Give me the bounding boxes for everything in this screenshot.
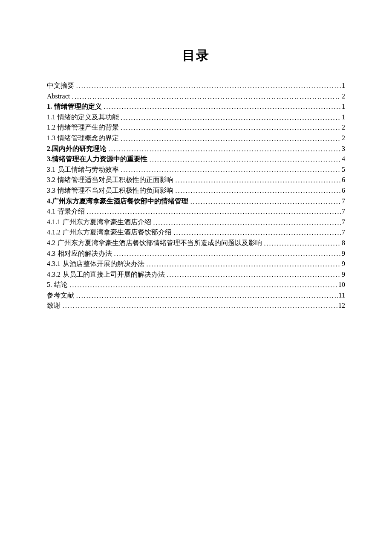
toc-entry-page: 1 [341, 103, 345, 110]
toc-entry-label: 4.3相对应的解决办法 [47, 250, 114, 257]
toc-entry-text: 情绪管理适当对员工积极性的正面影响 [58, 176, 173, 183]
toc-dot-leader [264, 240, 341, 247]
toc-entry-number: 4. [47, 197, 52, 205]
toc-entry-text: 相对应的解决办法 [58, 250, 112, 257]
toc-entry-label: 3.情绪管理在人力资源中的重要性 [47, 156, 150, 162]
toc-entry-number: 1.3 [47, 134, 55, 142]
toc-entry: 1.3情绪管理概念的界定2 [47, 135, 345, 142]
toc-entry-text: 参考文献 [47, 292, 74, 299]
toc-entry-text: Abstract [47, 92, 70, 100]
toc-entry-label: 2.国内外的研究理论 [47, 145, 109, 152]
toc-entry-page: 7 [341, 208, 345, 215]
toc-entry: 1.2情绪管理产生的背景2 [47, 124, 345, 131]
toc-entry-label: 4.3.1从酒店整体开展的解决办法 [47, 260, 147, 267]
toc-entry-label: 4.广州东方夏湾拿豪生酒店餐饮部中的情绪管理 [47, 198, 190, 205]
toc-entry-text: 背景介绍 [58, 208, 85, 215]
toc-entry-number: 5. [47, 281, 52, 288]
toc-entry-text: 情绪管理概念的界定 [58, 134, 119, 142]
toc-entry-page: 9 [341, 271, 345, 278]
toc-dot-leader [63, 303, 337, 309]
toc-entry-number: 4.1 [47, 208, 55, 215]
toc-entry-text: 中文摘要 [47, 82, 74, 89]
toc-dot-leader [121, 114, 341, 121]
toc-entry-label: 4.2广州东方夏湾拿豪生酒店餐饮部情绪管理不当所造成的问题以及影响 [47, 240, 264, 246]
toc-entry-page: 9 [341, 250, 345, 257]
toc-entry-page: 6 [341, 176, 345, 183]
toc-entry-text: 情绪管理在人力资源中的重要性 [52, 155, 147, 162]
toc-entry: 4.3相对应的解决办法9 [47, 250, 345, 257]
toc-entry: 1.1情绪的定义及其功能1 [47, 114, 345, 121]
toc-entry-page: 9 [341, 260, 345, 267]
toc-entry-number: 4.2 [47, 239, 55, 246]
toc-entry: 4.1.2广州东方夏湾拿豪生酒店餐饮部介绍7 [47, 229, 345, 236]
toc-entry-number: 3.3 [47, 187, 55, 194]
toc-entry-page: 7 [341, 229, 345, 236]
toc-entry-text: 结论 [54, 281, 68, 288]
toc-entry-number: 1.2 [47, 124, 55, 131]
toc-entry-number: 4.3.2 [47, 271, 61, 278]
toc-entry-label: 1.情绪管理的定义 [47, 103, 104, 110]
toc-entry-label: 3.2情绪管理适当对员工积极性的正面影响 [47, 176, 176, 183]
toc-entry-number: 3. [47, 155, 52, 162]
toc-entry: 3.情绪管理在人力资源中的重要性4 [47, 156, 345, 162]
toc-dot-leader [114, 251, 341, 257]
toc-entry-text: 致谢 [47, 302, 61, 309]
toc-entry-label: 4.1.2广州东方夏湾拿豪生酒店餐饮部介绍 [47, 229, 174, 236]
toc-dot-leader [190, 198, 341, 205]
toc-entry: 4.1.1广州东方夏湾拿豪生酒店介绍7 [47, 219, 345, 225]
toc-entry-page: 2 [341, 124, 345, 131]
toc-dot-leader [153, 219, 341, 226]
document-page: 目录 中文摘要1Abstract21.情绪管理的定义11.1情绪的定义及其功能1… [0, 0, 392, 555]
toc-dot-leader [104, 104, 341, 110]
toc-entry: 致谢12 [47, 302, 345, 309]
toc-entry-text: 情绪管理不当对员工积极性的负面影响 [58, 187, 173, 194]
toc-entry-text: 广州东方夏湾拿豪生酒店介绍 [63, 218, 151, 225]
toc-entry-number: 3.2 [47, 176, 55, 183]
toc-dot-leader [76, 83, 341, 90]
toc-entry: 1.情绪管理的定义1 [47, 103, 345, 110]
toc-list: 中文摘要1Abstract21.情绪管理的定义11.1情绪的定义及其功能11.2… [47, 82, 345, 309]
toc-entry-text: 广州东方夏湾拿豪生酒店餐饮部情绪管理不当所造成的问题以及影响 [58, 239, 262, 246]
toc-entry-label: 1.1情绪的定义及其功能 [47, 114, 121, 121]
toc-entry: 3.1员工情绪与劳动效率5 [47, 166, 345, 173]
toc-dot-leader [150, 156, 341, 163]
toc-entry-text: 从酒店整体开展的解决办法 [63, 260, 144, 267]
toc-entry: 4.2广州东方夏湾拿豪生酒店餐饮部情绪管理不当所造成的问题以及影响8 [47, 240, 345, 246]
toc-entry-page: 12 [337, 302, 345, 309]
toc-entry-text: 广州东方夏湾拿豪生酒店餐饮部介绍 [63, 228, 172, 236]
toc-dot-leader [174, 229, 341, 236]
toc-entry-label: 5.结论 [47, 281, 70, 288]
toc-entry-page: 4 [341, 156, 345, 162]
toc-entry-text: 员工情绪与劳动效率 [58, 166, 119, 173]
toc-entry-page: 2 [341, 135, 345, 142]
toc-title: 目录 [47, 47, 345, 64]
toc-entry-label: 1.3情绪管理概念的界定 [47, 135, 121, 142]
toc-entry-page: 1 [341, 114, 345, 121]
toc-entry-text: 广州东方夏湾拿豪生酒店餐饮部中的情绪管理 [52, 197, 188, 205]
toc-entry-label: 1.2情绪管理产生的背景 [47, 124, 121, 131]
toc-dot-leader [121, 124, 341, 131]
toc-entry: 4.3.2从员工的直接上司开展的解决办法9 [47, 271, 345, 278]
toc-entry-page: 7 [341, 198, 345, 205]
toc-entry: Abstract2 [47, 93, 345, 100]
toc-entry-number: 4.1.2 [47, 228, 61, 236]
toc-dot-leader [147, 261, 341, 268]
toc-entry-page: 8 [341, 240, 345, 246]
toc-entry-page: 7 [341, 219, 345, 225]
toc-entry-text: 情绪管理的定义 [54, 103, 102, 110]
toc-entry-page: 2 [341, 93, 345, 100]
toc-entry: 4.广州东方夏湾拿豪生酒店餐饮部中的情绪管理7 [47, 198, 345, 205]
toc-entry: 中文摘要1 [47, 82, 345, 89]
toc-dot-leader [121, 135, 341, 142]
toc-entry: 参考文献11 [47, 292, 345, 299]
toc-entry-label: Abstract [47, 93, 72, 100]
toc-entry-text: 从员工的直接上司开展的解决办法 [63, 271, 165, 278]
toc-entry-number: 4.1.1 [47, 218, 61, 225]
toc-entry-page: 10 [337, 281, 345, 288]
toc-entry-label: 中文摘要 [47, 82, 76, 89]
toc-entry-text: 情绪管理产生的背景 [58, 124, 119, 131]
toc-dot-leader [176, 188, 341, 194]
toc-entry-number: 3.1 [47, 166, 55, 173]
toc-dot-leader [76, 292, 338, 299]
toc-entry-page: 1 [341, 82, 345, 89]
